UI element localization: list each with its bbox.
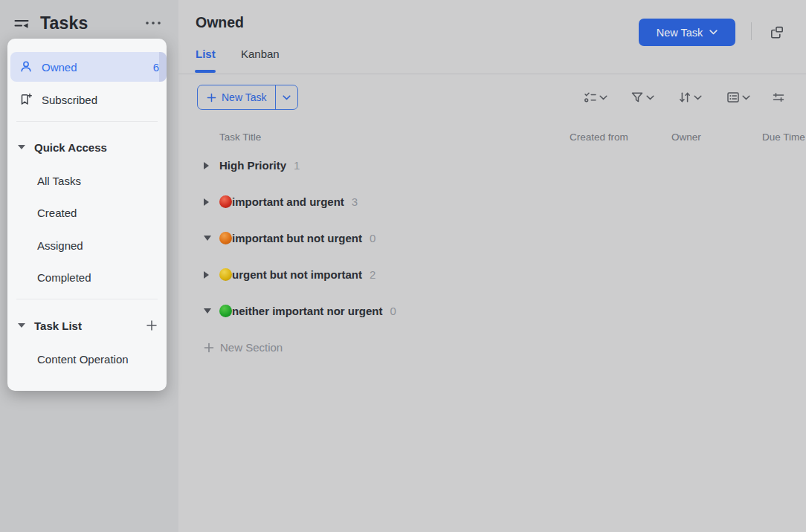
group-count: 0 [390, 305, 396, 317]
plus-icon [207, 93, 216, 103]
group-count: 1 [294, 159, 300, 172]
caret-box[interactable] [204, 198, 219, 206]
sidebar-divider [16, 299, 158, 299]
fields-icon[interactable] [726, 91, 740, 104]
red-circle-icon [219, 195, 232, 208]
chevron-down-icon[interactable] [742, 95, 750, 100]
group-title: important and urgent [232, 195, 344, 208]
active-tab-indicator [195, 70, 216, 73]
section-label: Task List [34, 319, 146, 332]
group-row-neither-important-nor-urgent[interactable]: neither important nor urgent 0 [178, 293, 806, 329]
sidebar-panel: Owned 6 Subscribed Quick Access All Task… [7, 39, 167, 391]
group-count: 0 [370, 232, 375, 244]
bookmark-plus-icon [19, 93, 33, 106]
sidebar-item-content-operation[interactable]: Content Operation [10, 346, 164, 372]
column-header-task-title[interactable]: Task Title [219, 132, 261, 143]
green-circle-icon [219, 305, 232, 317]
sidebar-item-label: Subscribed [42, 94, 159, 106]
sidebar-item-completed[interactable]: Completed [10, 264, 164, 291]
group-row-important-and-urgent[interactable]: important and urgent 3 [178, 184, 806, 220]
new-section-button[interactable]: New Section [178, 329, 476, 366]
sidebar-divider [16, 121, 158, 122]
yellow-circle-icon [219, 268, 232, 281]
group-title: urgent but not important [232, 268, 362, 281]
orange-circle-icon [219, 232, 232, 244]
new-task-button-label: New Task [657, 27, 703, 39]
tasks-app-window: Tasks Owned 6 [0, 0, 806, 532]
item-label: Completed [37, 271, 91, 284]
chevron-down-icon[interactable] [599, 95, 607, 100]
plus-icon [204, 343, 214, 353]
open-in-window-icon[interactable] [769, 25, 785, 41]
caret-box[interactable] [204, 271, 219, 279]
section-header-task-list[interactable]: Task List [10, 315, 164, 336]
sidebar-item-owned[interactable]: Owned 6 [10, 52, 167, 82]
column-header-due-time[interactable]: Due Time [762, 132, 805, 143]
group-title: High Priority [219, 159, 286, 172]
column-header-owner[interactable]: Owner [671, 132, 701, 143]
item-label: Created [37, 207, 77, 219]
caret-down-icon [204, 236, 211, 241]
caret-down-icon [204, 308, 211, 314]
app-title: Tasks [40, 13, 88, 33]
more-menu-icon[interactable] [144, 20, 162, 26]
page-title: Owned [196, 14, 244, 31]
column-header-created-from[interactable]: Created from [570, 132, 628, 143]
chevron-down-icon [283, 95, 291, 100]
group-row-high-priority[interactable]: High Priority 1 [178, 147, 806, 184]
new-task-split-main[interactable]: New Task [198, 85, 275, 109]
collapse-sidebar-icon[interactable] [12, 15, 31, 34]
sidebar-item-label: Owned [42, 61, 153, 74]
section-header-quick-access[interactable]: Quick Access [10, 137, 164, 158]
add-task-list-icon[interactable] [146, 319, 158, 331]
group-row-urgent-but-not-important[interactable]: urgent but not important 2 [178, 256, 806, 293]
adjust-columns-icon[interactable] [772, 91, 785, 104]
item-label: All Tasks [37, 175, 81, 187]
sort-icon[interactable] [678, 91, 691, 104]
filter-icon[interactable] [631, 91, 644, 104]
group-count: 3 [352, 195, 358, 208]
status-group-icon[interactable] [584, 91, 597, 104]
tab-list[interactable]: List [196, 48, 216, 60]
item-label: Assigned [37, 239, 83, 252]
group-count: 2 [370, 268, 375, 281]
chevron-down-icon[interactable] [694, 95, 702, 100]
sidebar-item-subscribed[interactable]: Subscribed [10, 85, 167, 114]
caret-right-icon [204, 198, 209, 206]
sidebar-item-assigned[interactable]: Assigned [10, 232, 164, 259]
sidebar-item-all-tasks[interactable]: All Tasks [10, 167, 164, 194]
section-label: Quick Access [34, 141, 164, 154]
group-title: neither important nor urgent [232, 305, 383, 317]
caret-box[interactable] [204, 162, 219, 169]
owned-count-badge: 6 [153, 61, 159, 74]
caret-box[interactable] [204, 236, 219, 241]
caret-right-icon [204, 271, 209, 279]
chevron-down-icon [18, 145, 25, 149]
header-vertical-divider [751, 22, 752, 40]
group-title: important but not urgent [232, 232, 362, 244]
tab-kanban[interactable]: Kanban [241, 48, 280, 60]
new-task-split-label: New Task [222, 91, 266, 103]
caret-box[interactable] [204, 308, 219, 314]
header-divider [178, 74, 806, 74]
item-label: Content Operation [37, 353, 129, 366]
chevron-down-icon[interactable] [646, 95, 654, 100]
new-task-split-dropdown[interactable] [275, 85, 297, 109]
chevron-down-icon [18, 323, 25, 328]
new-task-button[interactable]: New Task [639, 19, 735, 46]
new-section-label: New Section [220, 341, 283, 354]
group-row-important-but-not-urgent[interactable]: important but not urgent 0 [178, 220, 806, 256]
chevron-down-icon [709, 30, 718, 35]
person-icon [19, 60, 33, 74]
sidebar-item-created[interactable]: Created [10, 199, 164, 226]
caret-right-icon [204, 162, 209, 169]
new-task-split-button[interactable]: New Task [197, 85, 298, 110]
